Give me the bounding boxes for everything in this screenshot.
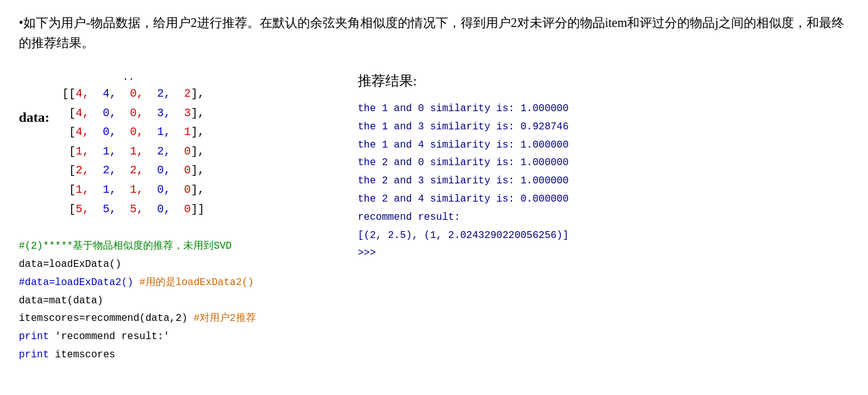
result-line-6: the 2 and 4 similarity is: 0.000000 (358, 190, 849, 208)
matrix-dots: .. (62, 72, 205, 83)
code-line-7: print itemscores (19, 346, 333, 364)
main-content: data: .. [[4, 4, 0, 2, 2], [4, 0, 0, 3, … (19, 72, 849, 364)
matrix-row-4: [1, 1, 1, 2, 0], (62, 142, 205, 161)
intro-text: •如下为用户-物品数据，给用户2进行推荐。在默认的余弦夹角相似度的情况下，得到用… (19, 13, 849, 53)
result-line-1: the 1 and 0 similarity is: 1.000000 (358, 100, 849, 118)
matrix-row-1: [[4, 4, 0, 2, 2], (62, 84, 205, 104)
code-line-2: data=loadExData() (19, 256, 333, 274)
data-section: data: .. [[4, 4, 0, 2, 2], [4, 0, 0, 3, … (19, 72, 333, 219)
code-line-6: print 'recommend result:' (19, 328, 333, 346)
right-panel: 推荐结果: the 1 and 0 similarity is: 1.00000… (358, 72, 849, 262)
code-line-4: data=mat(data) (19, 292, 333, 310)
result-line-2: the 1 and 3 similarity is: 0.928746 (358, 118, 849, 136)
result-line-3: the 1 and 4 similarity is: 1.000000 (358, 136, 849, 154)
data-label: data: (19, 109, 50, 126)
left-panel: data: .. [[4, 4, 0, 2, 2], [4, 0, 0, 3, … (19, 72, 333, 364)
matrix-row-5: [2, 2, 2, 0, 0], (62, 161, 205, 180)
result-line-9: >>> (358, 244, 849, 262)
code-line-5: itemscores=recommend(data,2) #对用户2推荐 (19, 310, 333, 328)
result-output: the 1 and 0 similarity is: 1.000000 the … (358, 100, 849, 262)
code-line-1: #(2)*****基于物品相似度的推荐，未用到SVD (19, 237, 333, 256)
result-line-5: the 2 and 3 similarity is: 1.000000 (358, 172, 849, 190)
matrix-row-2: [4, 0, 0, 3, 3], (62, 104, 205, 123)
matrix-code: [[4, 4, 0, 2, 2], [4, 0, 0, 3, 3], [4, 0… (62, 84, 205, 219)
matrix-display: .. [[4, 4, 0, 2, 2], [4, 0, 0, 3, 3], [4… (62, 72, 205, 219)
matrix-row-7: [5, 5, 5, 0, 0]] (62, 200, 205, 219)
matrix-row-6: [1, 1, 1, 0, 0], (62, 180, 205, 200)
result-line-8: [(2, 2.5), (1, 2.0243290220056256)] (358, 227, 849, 245)
result-heading: 推荐结果: (358, 72, 849, 90)
code-block: #(2)*****基于物品相似度的推荐，未用到SVD data=loadExDa… (19, 237, 333, 364)
code-line-3: #data=loadExData2() #用的是loadExData2() (19, 274, 333, 292)
result-line-4: the 2 and 0 similarity is: 1.000000 (358, 154, 849, 172)
result-line-7: recommend result: (358, 208, 849, 227)
matrix-row-3: [4, 0, 0, 1, 1], (62, 122, 205, 142)
